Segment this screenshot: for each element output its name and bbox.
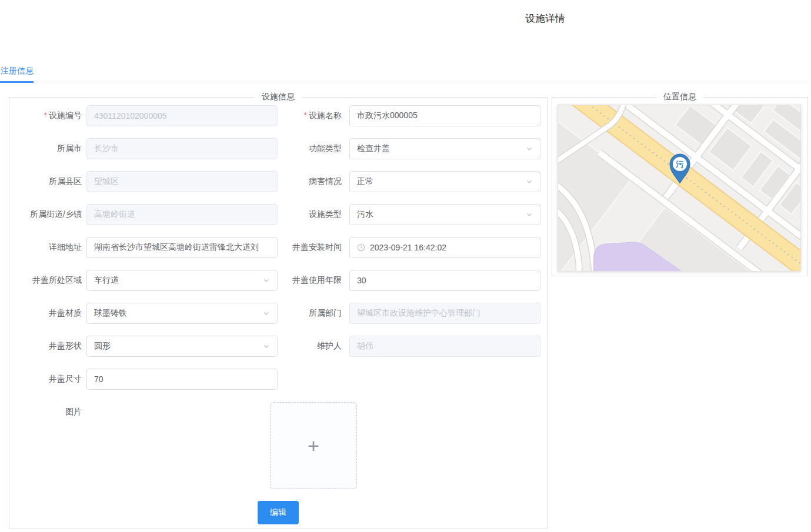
form-column-left: *设施编号 4301120102000005 所属市 长沙市 所属县区 望城区 … <box>9 105 278 401</box>
form-row-service-life: 井盖使用年限 30 <box>266 270 540 291</box>
actions-row: 编辑 <box>9 501 547 524</box>
field-label: 设施名称 <box>309 111 342 120</box>
page-title: 设施详情 <box>525 12 565 25</box>
city-input: 长沙市 <box>86 138 278 159</box>
required-mark: * <box>304 111 307 120</box>
form-row-cover-area: 井盖所处区域 车行道 <box>9 270 278 291</box>
facility-code-input: 4301120102000005 <box>86 105 278 126</box>
map-canvas: 污 <box>558 105 801 272</box>
facility-info-panel: 设施信息 *设施编号 4301120102000005 所属市 长沙市 所属县区… <box>9 97 548 528</box>
map-marker-label: 污 <box>676 160 684 169</box>
cover-shape-select[interactable]: 圆形 <box>86 336 278 357</box>
field-label: 维护人 <box>266 341 342 352</box>
cover-area-select[interactable]: 车行道 <box>86 270 278 291</box>
street-input: 高塘岭街道 <box>86 204 278 225</box>
location-info-legend: 位置信息 <box>656 92 703 102</box>
form-column-right: *设施名称 市政污水000005 功能类型 检查井盖 病害情况 正常 设施类型 <box>266 105 540 369</box>
address-input[interactable]: 湖南省长沙市望城区高塘岭街道雷锋北大道刘 <box>86 237 278 258</box>
install-time-picker[interactable]: 2023-09-21 16:42:02 <box>349 237 540 258</box>
field-label: 设施编号 <box>49 111 82 120</box>
form-row-image: 图片 + <box>9 402 357 489</box>
chevron-down-icon <box>526 211 533 218</box>
form-row-maintainer: 维护人 胡伟 <box>266 336 540 357</box>
cover-material-select[interactable]: 球墨铸铁 <box>86 303 278 324</box>
service-life-input[interactable]: 30 <box>349 270 540 291</box>
required-mark: * <box>44 111 47 120</box>
clock-icon <box>357 243 365 252</box>
map-view[interactable]: 污 <box>558 105 801 272</box>
active-tab-indicator <box>0 81 34 83</box>
tabs-divider <box>0 82 808 82</box>
field-label: 井盖安装时间 <box>266 242 342 253</box>
field-label: 所属县区 <box>9 176 82 187</box>
field-label: 功能类型 <box>266 143 342 154</box>
field-label: 详细地址 <box>9 242 82 253</box>
form-row-facility-type: 设施类型 污水 <box>266 204 540 225</box>
form-row-disease-status: 病害情况 正常 <box>266 171 540 192</box>
form-row-street: 所属街道/乡镇 高塘岭街道 <box>9 204 278 225</box>
location-info-panel: 位置信息 <box>552 97 808 276</box>
chevron-down-icon <box>526 145 533 152</box>
field-label: 井盖材质 <box>9 308 82 319</box>
form-row-cover-shape: 井盖形状 圆形 <box>9 336 278 357</box>
form-row-facility-code: *设施编号 4301120102000005 <box>9 105 278 126</box>
maintainer-input: 胡伟 <box>349 336 540 357</box>
field-label: 井盖使用年限 <box>266 275 342 286</box>
form-row-department: 所属部门 望城区市政设施维护中心管理部门 <box>266 303 540 324</box>
field-label: 所属街道/乡镇 <box>9 209 82 220</box>
form-row-function-type: 功能类型 检查井盖 <box>266 138 540 159</box>
field-label: 病害情况 <box>266 176 342 187</box>
facility-type-select[interactable]: 污水 <box>349 204 540 225</box>
department-input: 望城区市政设施维护中心管理部门 <box>349 303 540 324</box>
field-label: 井盖尺寸 <box>9 374 82 384</box>
facility-info-legend: 设施信息 <box>255 92 302 102</box>
field-label: 所属市 <box>9 143 82 154</box>
chevron-down-icon <box>526 178 533 185</box>
facility-detail-page: 设施详情 注册信息 设施信息 *设施编号 4301120102000005 所属… <box>0 0 811 532</box>
form-row-facility-name: *设施名称 市政污水000005 <box>266 105 540 126</box>
form-row-install-time: 井盖安装时间 2023-09-21 16:42:02 <box>266 237 540 258</box>
tab-register-info-label: 注册信息 <box>1 66 34 75</box>
disease-status-select[interactable]: 正常 <box>349 171 540 192</box>
plus-icon: + <box>308 436 319 456</box>
field-label: 所属部门 <box>266 308 342 319</box>
form-row-cover-size: 井盖尺寸 70 <box>9 369 278 390</box>
field-label: 图片 <box>9 402 82 421</box>
tab-register-info[interactable]: 注册信息 <box>1 66 34 76</box>
form-row-address: 详细地址 湖南省长沙市望城区高塘岭街道雷锋北大道刘 <box>9 237 278 258</box>
image-upload-box[interactable]: + <box>270 402 357 489</box>
form-row-cover-material: 井盖材质 球墨铸铁 <box>9 303 278 324</box>
field-label: 井盖形状 <box>9 341 82 352</box>
cover-size-input[interactable]: 70 <box>86 369 278 390</box>
field-label: 设施类型 <box>266 209 342 220</box>
county-input: 望城区 <box>86 171 278 192</box>
edit-button[interactable]: 编辑 <box>258 501 299 524</box>
facility-name-input[interactable]: 市政污水000005 <box>349 105 540 126</box>
form-row-city: 所属市 长沙市 <box>9 138 278 159</box>
field-label: 井盖所处区域 <box>9 275 82 286</box>
function-type-select[interactable]: 检查井盖 <box>349 138 540 159</box>
form-row-county: 所属县区 望城区 <box>9 171 278 192</box>
